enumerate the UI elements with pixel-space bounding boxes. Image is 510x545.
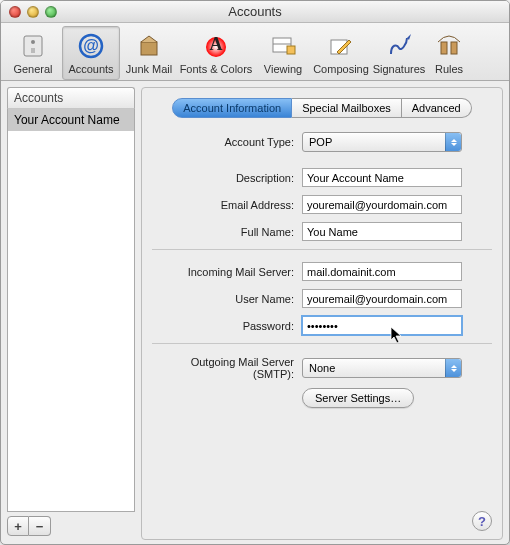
toolbar-item-rules[interactable]: Rules: [428, 26, 470, 80]
window-title: Accounts: [1, 4, 509, 19]
svg-point-1: [31, 40, 35, 44]
svg-text:@: @: [83, 37, 99, 54]
sidebar-header: Accounts: [7, 87, 135, 109]
divider: [152, 343, 492, 344]
account-type-select[interactable]: POP: [302, 132, 462, 152]
accounts-preferences-window: Accounts General @ Accounts Junk Mail: [0, 0, 510, 545]
account-type-value: POP: [303, 136, 445, 148]
toolbar-item-junk[interactable]: Junk Mail: [120, 26, 178, 80]
account-detail-panel: Account Information Special Mailboxes Ad…: [141, 87, 503, 540]
incoming-label: Incoming Mail Server:: [152, 266, 302, 278]
svg-rect-10: [287, 46, 295, 54]
tab-advanced[interactable]: Advanced: [402, 98, 472, 118]
svg-text:A: A: [210, 34, 223, 54]
svg-rect-2: [31, 48, 35, 53]
at-icon: @: [75, 30, 107, 62]
body: Accounts Your Account Name + − Account I…: [1, 81, 509, 540]
toolbar-item-fonts[interactable]: A Fonts & Colors: [178, 26, 254, 80]
tab-special-mailboxes[interactable]: Special Mailboxes: [292, 98, 402, 118]
toolbar-label: Fonts & Colors: [180, 63, 253, 75]
password-field[interactable]: [302, 316, 462, 335]
server-settings-button[interactable]: Server Settings…: [302, 388, 414, 408]
smtp-value: None: [303, 362, 445, 374]
dropdown-arrows-icon: [445, 133, 461, 151]
preferences-toolbar: General @ Accounts Junk Mail A: [1, 23, 509, 81]
zoom-button[interactable]: [45, 6, 57, 18]
smtp-label: Outgoing Mail Server (SMTP):: [152, 356, 302, 380]
toolbar-label: Composing: [313, 63, 369, 75]
fullname-field[interactable]: [302, 222, 462, 241]
password-label: Password:: [152, 320, 302, 332]
toolbar-item-general[interactable]: General: [4, 26, 62, 80]
toolbar-label: Viewing: [264, 63, 302, 75]
divider: [152, 249, 492, 250]
account-type-label: Account Type:: [152, 136, 302, 148]
description-field[interactable]: [302, 168, 462, 187]
toolbar-label: General: [13, 63, 52, 75]
toolbar-item-signatures[interactable]: Signatures: [370, 26, 428, 80]
switch-icon: [17, 30, 49, 62]
close-button[interactable]: [9, 6, 21, 18]
viewing-icon: [267, 30, 299, 62]
accounts-list[interactable]: Your Account Name: [7, 109, 135, 512]
fullname-label: Full Name:: [152, 226, 302, 238]
sidebar-buttons: + −: [7, 516, 135, 536]
svg-rect-12: [441, 42, 447, 54]
toolbar-item-accounts[interactable]: @ Accounts: [62, 26, 120, 80]
fonts-colors-icon: A: [200, 30, 232, 62]
dropdown-arrows-icon: [445, 359, 461, 377]
titlebar: Accounts: [1, 1, 509, 23]
username-field[interactable]: [302, 289, 462, 308]
smtp-select[interactable]: None: [302, 358, 462, 378]
incoming-server-field[interactable]: [302, 262, 462, 281]
toolbar-label: Accounts: [68, 63, 113, 75]
tab-account-information[interactable]: Account Information: [172, 98, 292, 118]
username-label: User Name:: [152, 293, 302, 305]
rules-icon: [433, 30, 465, 62]
toolbar-label: Junk Mail: [126, 63, 172, 75]
email-label: Email Address:: [152, 199, 302, 211]
add-account-button[interactable]: +: [7, 516, 29, 536]
toolbar-label: Signatures: [373, 63, 426, 75]
junk-icon: [133, 30, 165, 62]
toolbar-label: Rules: [435, 63, 463, 75]
description-label: Description:: [152, 172, 302, 184]
minimize-button[interactable]: [27, 6, 39, 18]
detail-tabs: Account Information Special Mailboxes Ad…: [152, 98, 492, 118]
window-controls: [1, 6, 57, 18]
toolbar-item-viewing[interactable]: Viewing: [254, 26, 312, 80]
remove-account-button[interactable]: −: [29, 516, 51, 536]
account-list-item[interactable]: Your Account Name: [8, 109, 134, 131]
toolbar-item-composing[interactable]: Composing: [312, 26, 370, 80]
help-button[interactable]: ?: [472, 511, 492, 531]
svg-rect-5: [141, 42, 157, 55]
composing-icon: [325, 30, 357, 62]
email-field[interactable]: [302, 195, 462, 214]
sidebar: Accounts Your Account Name + −: [7, 87, 135, 540]
svg-rect-13: [451, 42, 457, 54]
signatures-icon: [383, 30, 415, 62]
